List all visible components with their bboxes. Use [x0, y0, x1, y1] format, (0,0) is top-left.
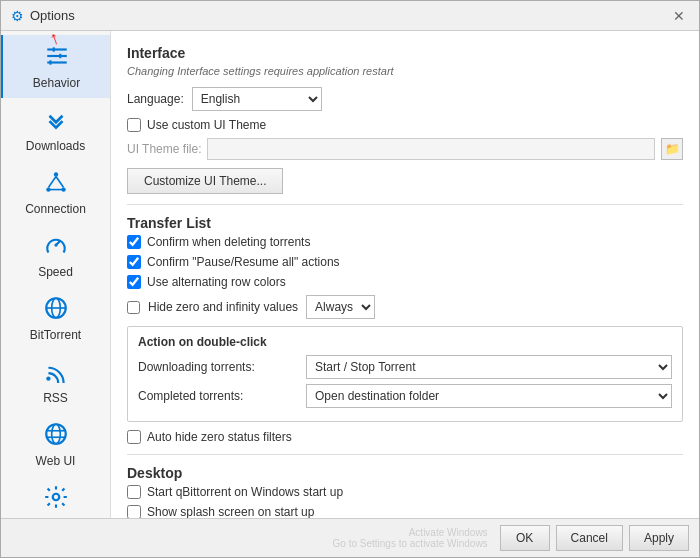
sidebar-item-rss[interactable]: RSS	[1, 350, 110, 413]
main-content: Behavior Downloads	[1, 31, 699, 518]
hide-zero-label: Hide zero and infinity values	[148, 300, 298, 314]
svg-point-6	[53, 172, 57, 176]
sidebar-label-connection: Connection	[25, 202, 86, 216]
svg-point-13	[54, 243, 57, 246]
language-select[interactable]: English French German	[192, 87, 322, 111]
sidebar-item-webui[interactable]: Web UI	[1, 413, 110, 476]
confirm-pause-label: Confirm "Pause/Resume all" actions	[147, 255, 340, 269]
hide-zero-checkbox[interactable]	[127, 301, 140, 314]
downloading-action-select[interactable]: Start / Stop Torrent Open destination fo…	[306, 355, 672, 379]
hide-zero-row: Hide zero and infinity values Always Nev…	[127, 295, 683, 319]
interface-section: Interface Changing Interface settings re…	[127, 45, 683, 194]
behavior-icon	[44, 43, 70, 73]
splash-screen-checkbox[interactable]	[127, 505, 141, 518]
options-window: ⚙ Options ✕	[0, 0, 700, 558]
sidebar-label-speed: Speed	[38, 265, 73, 279]
confirm-pause-checkbox[interactable]	[127, 255, 141, 269]
close-button[interactable]: ✕	[669, 8, 689, 24]
theme-file-row: UI Theme file: 📁	[127, 138, 683, 160]
language-row: Language: English French German	[127, 87, 683, 111]
custom-theme-label: Use custom UI Theme	[147, 118, 266, 132]
custom-theme-row: Use custom UI Theme	[127, 118, 683, 132]
interface-note: Changing Interface settings requires app…	[127, 65, 683, 77]
sidebar-label-behavior: Behavior	[33, 76, 80, 90]
webui-icon	[43, 421, 69, 451]
sidebar-item-behavior[interactable]: Behavior	[1, 35, 110, 98]
sidebar-item-advanced[interactable]: Advanced	[1, 476, 110, 518]
sidebar-item-downloads[interactable]: Downloads	[1, 98, 110, 161]
svg-line-9	[48, 177, 56, 188]
completed-action-select[interactable]: Open destination folder Start / Stop Tor…	[306, 384, 672, 408]
completed-action-row: Completed torrents: Open destination fol…	[138, 384, 672, 408]
sidebar: Behavior Downloads	[1, 31, 111, 518]
downloading-label: Downloading torrents:	[138, 360, 298, 374]
sidebar-item-connection[interactable]: Connection	[1, 161, 110, 224]
auto-hide-row: Auto hide zero status filters	[127, 430, 683, 444]
transfer-list-section: Transfer List Confirm when deleting torr…	[127, 215, 683, 444]
desktop-section: Desktop Start qBittorrent on Windows sta…	[127, 465, 683, 518]
footer: Activate Windows Go to Settings to activ…	[1, 518, 699, 557]
custom-theme-checkbox[interactable]	[127, 118, 141, 132]
splash-screen-row: Show splash screen on start up	[127, 505, 683, 518]
ok-button[interactable]: OK	[500, 525, 550, 551]
auto-hide-checkbox[interactable]	[127, 430, 141, 444]
go-to-text: Go to Settings to activate Windows	[333, 538, 488, 549]
svg-point-19	[51, 424, 60, 444]
double-click-group: Action on double-click Downloading torre…	[127, 326, 683, 422]
sidebar-label-webui: Web UI	[36, 454, 76, 468]
double-click-title: Action on double-click	[138, 335, 672, 349]
confirm-delete-checkbox[interactable]	[127, 235, 141, 249]
start-windows-label: Start qBittorrent on Windows start up	[147, 485, 343, 499]
completed-label: Completed torrents:	[138, 389, 298, 403]
titlebar: ⚙ Options ✕	[1, 1, 699, 31]
confirm-delete-row: Confirm when deleting torrents	[127, 235, 683, 249]
language-label: Language:	[127, 92, 184, 106]
alternating-rows-label: Use alternating row colors	[147, 275, 286, 289]
apply-button[interactable]: Apply	[629, 525, 689, 551]
cancel-button[interactable]: Cancel	[556, 525, 623, 551]
splash-screen-label: Show splash screen on start up	[147, 505, 314, 518]
svg-point-18	[46, 424, 66, 444]
start-windows-checkbox[interactable]	[127, 485, 141, 499]
hide-zero-select[interactable]: Always Never	[306, 295, 375, 319]
auto-hide-label: Auto hide zero status filters	[147, 430, 292, 444]
start-windows-row: Start qBittorrent on Windows start up	[127, 485, 683, 499]
downloads-icon	[43, 106, 69, 136]
svg-point-22	[52, 494, 59, 501]
confirm-delete-label: Confirm when deleting torrents	[147, 235, 310, 249]
connection-icon	[43, 169, 69, 199]
sidebar-label-bittorrent: BitTorrent	[30, 328, 81, 342]
alternating-rows-row: Use alternating row colors	[127, 275, 683, 289]
sidebar-label-downloads: Downloads	[26, 139, 85, 153]
rss-icon	[43, 358, 69, 388]
downloading-action-row: Downloading torrents: Start / Stop Torre…	[138, 355, 672, 379]
sidebar-label-rss: RSS	[43, 391, 68, 405]
bittorrent-icon	[43, 295, 69, 325]
settings-panel: Interface Changing Interface settings re…	[111, 31, 699, 518]
activate-text: Activate Windows	[409, 527, 488, 538]
speed-icon	[43, 232, 69, 262]
advanced-icon	[43, 484, 69, 514]
svg-point-17	[46, 376, 50, 380]
svg-line-10	[56, 177, 64, 188]
theme-file-label: UI Theme file:	[127, 142, 201, 156]
interface-title: Interface	[127, 45, 683, 61]
theme-file-input[interactable]	[207, 138, 655, 160]
alternating-rows-checkbox[interactable]	[127, 275, 141, 289]
customize-theme-button[interactable]: Customize UI Theme...	[127, 168, 283, 194]
sidebar-item-speed[interactable]: Speed	[1, 224, 110, 287]
titlebar-title: Options	[30, 8, 663, 23]
file-browse-button[interactable]: 📁	[661, 138, 683, 160]
confirm-pause-row: Confirm "Pause/Resume all" actions	[127, 255, 683, 269]
titlebar-icon: ⚙	[11, 8, 24, 24]
sidebar-item-bittorrent[interactable]: BitTorrent	[1, 287, 110, 350]
transfer-list-title: Transfer List	[127, 215, 683, 231]
desktop-title: Desktop	[127, 465, 683, 481]
activate-windows-text: Activate Windows Go to Settings to activ…	[11, 527, 494, 549]
